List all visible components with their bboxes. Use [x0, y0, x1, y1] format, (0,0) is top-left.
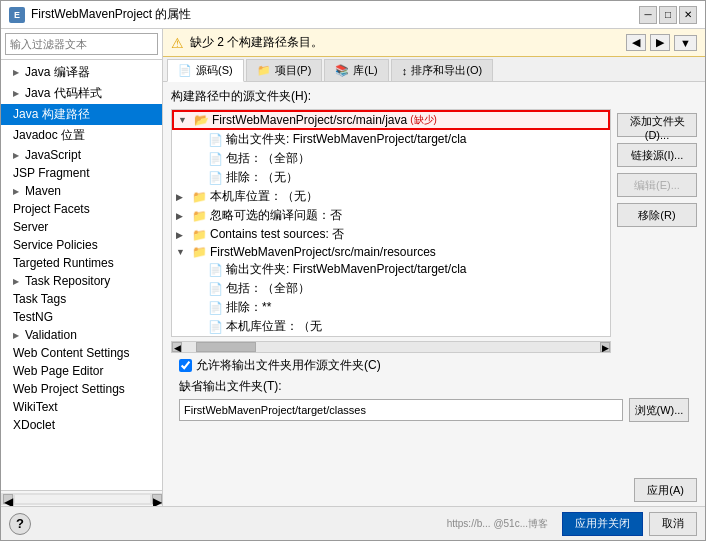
tab-label-projects: 项目(P)	[275, 63, 312, 78]
tree-item-excludes-2[interactable]: 📄排除：**	[172, 298, 610, 317]
footer-info: https://b... @51c...博客	[447, 517, 548, 531]
sidebar-item-javascript[interactable]: JavaScript	[1, 146, 162, 164]
warning-icon: ⚠	[171, 35, 184, 51]
tree-item-icon: 📄	[207, 171, 223, 185]
h-scroll-thumb[interactable]	[196, 342, 256, 352]
add-folder-button[interactable]: 添加文件夹(D)...	[617, 113, 697, 137]
filter-input[interactable]	[5, 33, 158, 55]
sidebar-list: Java 编译器Java 代码样式Java 构建路径Javadoc 位置Java…	[1, 60, 162, 490]
sidebar-item-xdoclet[interactable]: XDoclet	[1, 416, 162, 434]
tab-projects[interactable]: 📁项目(P)	[246, 59, 323, 81]
help-button[interactable]: ?	[9, 513, 31, 535]
warning-bar: ⚠ 缺少 2 个构建路径条目。 ◀ ▶ ▼	[163, 29, 705, 57]
output-folder-input[interactable]	[179, 399, 623, 421]
tree-item-icon: 📁	[191, 209, 207, 223]
sidebar-item-server[interactable]: Server	[1, 218, 162, 236]
tab-icon-libraries: 📚	[335, 64, 349, 77]
tree-item-excludes-1[interactable]: 📄排除：（无）	[172, 168, 610, 187]
sidebar-item-web-page-editor[interactable]: Web Page Editor	[1, 362, 162, 380]
tree-item-output-folder-2[interactable]: 📄输出文件夹: FirstWebMavenProject/target/cla	[172, 260, 610, 279]
scroll-arrow-left[interactable]: ◀	[3, 494, 13, 504]
tree-item-includes-2[interactable]: 📄包括：（全部）	[172, 279, 610, 298]
tabs-bar: 📄源码(S)📁项目(P)📚库(L)↕排序和导出(O)	[163, 57, 705, 82]
footer: ? https://b... @51c...博客 应用并关闭 取消	[1, 506, 705, 540]
sidebar-item-targeted-runtimes[interactable]: Targeted Runtimes	[1, 254, 162, 272]
tree-item-label: 本机库位置：（无	[226, 318, 322, 335]
sidebar-item-task-tags[interactable]: Task Tags	[1, 290, 162, 308]
tree-item-test-sources[interactable]: ▶📁Contains test sources: 否	[172, 225, 610, 244]
right-panel: ⚠ 缺少 2 个构建路径条目。 ◀ ▶ ▼ 📄源码(S)📁项目(P)📚库(L)↕…	[163, 29, 705, 506]
sidebar-item-javadoc[interactable]: Javadoc 位置	[1, 125, 162, 146]
tab-label-libraries: 库(L)	[353, 63, 377, 78]
sidebar-item-java-build-path[interactable]: Java 构建路径	[1, 104, 162, 125]
sidebar-item-java-compiler[interactable]: Java 编译器	[1, 62, 162, 83]
sidebar-item-jsp-fragment[interactable]: JSP Fragment	[1, 164, 162, 182]
close-button[interactable]: ✕	[679, 6, 697, 24]
apply-close-button[interactable]: 应用并关闭	[562, 512, 643, 536]
tree-item-ignored-problems[interactable]: ▶📁忽略可选的编译问题：否	[172, 206, 610, 225]
h-scroll-right[interactable]: ▶	[600, 342, 610, 352]
sidebar-item-testng[interactable]: TestNG	[1, 308, 162, 326]
tab-source[interactable]: 📄源码(S)	[167, 59, 244, 82]
tree-toggle: ▶	[176, 230, 188, 240]
tree-item-icon: 📄	[207, 282, 223, 296]
tab-order[interactable]: ↕排序和导出(O)	[391, 59, 493, 81]
sidebar-item-task-repository[interactable]: Task Repository	[1, 272, 162, 290]
window-icon: E	[9, 7, 25, 23]
right-buttons: 添加文件夹(D)...链接源(I)...编辑(E)...移除(R)	[617, 109, 697, 353]
sidebar-item-service-policies[interactable]: Service Policies	[1, 236, 162, 254]
tree-item-label: FirstWebMavenProject/src/main/java	[212, 113, 407, 127]
sidebar-item-validation[interactable]: Validation	[1, 326, 162, 344]
browse-button[interactable]: 浏览(W)...	[629, 398, 689, 422]
checkbox-row: 允许将输出文件夹用作源文件夹(C)	[179, 357, 689, 374]
tab-icon-order: ↕	[402, 65, 408, 77]
tree-item-label: 排除：（无）	[226, 169, 298, 186]
sidebar-item-web-project-settings[interactable]: Web Project Settings	[1, 380, 162, 398]
tree-item-includes-1[interactable]: 📄包括：（全部）	[172, 149, 610, 168]
sidebar-item-project-facets[interactable]: Project Facets	[1, 200, 162, 218]
bottom-section: 允许将输出文件夹用作源文件夹(C) 缺省输出文件夹(T): 浏览(W)...	[171, 353, 697, 426]
scroll-arrow-right[interactable]: ▶	[152, 494, 162, 504]
tree-item-src-main-resources[interactable]: ▼📁FirstWebMavenProject/src/main/resource…	[172, 244, 610, 260]
main-content: Java 编译器Java 代码样式Java 构建路径Javadoc 位置Java…	[1, 29, 705, 506]
cancel-button[interactable]: 取消	[649, 512, 697, 536]
remove-button[interactable]: 移除(R)	[617, 203, 697, 227]
tree-item-output-folder-1[interactable]: 📄输出文件夹: FirstWebMavenProject/target/cla	[172, 130, 610, 149]
tab-icon-projects: 📁	[257, 64, 271, 77]
main-window: E FirstWebMavenProject 的属性 ─ □ ✕ Java 编译…	[0, 0, 706, 541]
tree-item-label: 本机库位置：（无）	[210, 188, 318, 205]
allow-output-checkbox[interactable]	[179, 359, 192, 372]
footer-left: ?	[9, 513, 31, 535]
tree-item-icon: 📄	[207, 152, 223, 166]
tree-container[interactable]: ▼📂FirstWebMavenProject/src/main/java (缺少…	[171, 109, 611, 337]
nav-back-button[interactable]: ◀	[626, 34, 646, 51]
tab-libraries[interactable]: 📚库(L)	[324, 59, 388, 81]
h-scroll-left[interactable]: ◀	[172, 342, 182, 352]
sidebar-item-maven[interactable]: Maven	[1, 182, 162, 200]
nav-forward-button[interactable]: ▶	[650, 34, 670, 51]
title-bar: E FirstWebMavenProject 的属性 ─ □ ✕	[1, 1, 705, 29]
maximize-button[interactable]: □	[659, 6, 677, 24]
apply-button[interactable]: 应用(A)	[634, 478, 697, 502]
tree-item-local-lib-2[interactable]: 📄本机库位置：（无	[172, 317, 610, 336]
tree-h-scrollbar[interactable]: ◀ ▶	[171, 341, 611, 353]
sidebar-item-wikitext[interactable]: WikiText	[1, 398, 162, 416]
edit-button[interactable]: 编辑(E)...	[617, 173, 697, 197]
tree-item-icon: 📁	[191, 190, 207, 204]
tree-item-label: 输出文件夹: FirstWebMavenProject/target/cla	[226, 261, 467, 278]
sidebar-item-web-content-settings[interactable]: Web Content Settings	[1, 344, 162, 362]
sidebar-item-java-code-style[interactable]: Java 代码样式	[1, 83, 162, 104]
apply-row: 应用(A)	[163, 476, 705, 506]
link-source-button[interactable]: 链接源(I)...	[617, 143, 697, 167]
warning-text: 缺少 2 个构建路径条目。	[190, 34, 323, 51]
tree-item-icon: 📄	[207, 263, 223, 277]
warning-nav: ◀ ▶ ▼	[626, 34, 697, 51]
tree-toggle: ▶	[176, 192, 188, 202]
tree-item-local-lib[interactable]: ▶📁本机库位置：（无）	[172, 187, 610, 206]
minimize-button[interactable]: ─	[639, 6, 657, 24]
horizontal-scrollbar[interactable]: ◀ ▶	[1, 493, 162, 505]
tree-item-label: Contains test sources: 否	[210, 226, 344, 243]
sidebar-scroll: ◀ ▶	[1, 490, 162, 506]
tree-item-src-main-java[interactable]: ▼📂FirstWebMavenProject/src/main/java (缺少…	[172, 110, 610, 130]
nav-more-button[interactable]: ▼	[674, 35, 697, 51]
